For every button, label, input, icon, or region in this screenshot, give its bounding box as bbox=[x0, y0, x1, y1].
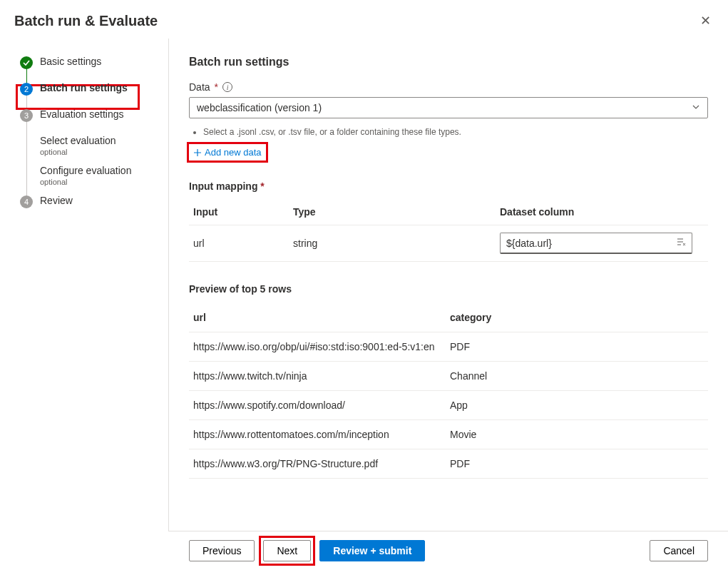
step-number-icon: 2 bbox=[20, 83, 33, 96]
col-category: category bbox=[446, 303, 708, 332]
step-number-icon: 3 bbox=[20, 109, 33, 122]
preview-row: https://www.spotify.com/download/App bbox=[189, 391, 708, 420]
data-select-value: webclassification (version 1) bbox=[197, 102, 322, 113]
dataset-column-input[interactable]: ${data.url} bbox=[500, 233, 692, 254]
expression-icon[interactable] bbox=[676, 237, 686, 249]
step-evaluation-settings[interactable]: 3 Evaluation settings bbox=[20, 108, 168, 122]
col-dataset: Dataset column bbox=[496, 199, 708, 225]
section-heading: Batch run settings bbox=[189, 56, 708, 68]
col-url: url bbox=[189, 303, 446, 332]
step-basic-settings[interactable]: Basic settings bbox=[20, 56, 168, 69]
mapping-row: url string ${data.url} bbox=[189, 225, 708, 262]
step-label: Basic settings bbox=[40, 56, 101, 67]
check-icon bbox=[20, 56, 33, 69]
next-button[interactable]: Next bbox=[263, 540, 311, 561]
preview-row: https://www.iso.org/obp/ui/#iso:std:iso:… bbox=[189, 332, 708, 362]
review-submit-button[interactable]: Review + submit bbox=[319, 540, 425, 561]
cancel-button[interactable]: Cancel bbox=[650, 540, 708, 561]
step-review[interactable]: 4 Review bbox=[20, 195, 168, 208]
data-field-label: Data * i bbox=[189, 81, 708, 93]
preview-table: url category https://www.iso.org/obp/ui/… bbox=[189, 303, 708, 479]
step-batch-run-settings[interactable]: 2 Batch run settings bbox=[20, 82, 168, 96]
preview-title: Preview of top 5 rows bbox=[189, 283, 708, 295]
wizard-sidebar: Basic settings 2 Batch run settings 3 Ev… bbox=[0, 39, 169, 531]
hint-text: Select a .jsonl .csv, or .tsv file, or a… bbox=[203, 127, 708, 137]
add-new-data-link[interactable]: Add new data bbox=[189, 144, 266, 161]
col-type: Type bbox=[289, 199, 496, 225]
dialog-title: Batch run & Evaluate bbox=[14, 13, 158, 29]
close-icon[interactable]: ✕ bbox=[697, 10, 714, 31]
col-input: Input bbox=[189, 199, 289, 225]
preview-row: https://www.twitch.tv/ninjaChannel bbox=[189, 362, 708, 391]
previous-button[interactable]: Previous bbox=[189, 540, 255, 561]
chevron-down-icon bbox=[692, 103, 700, 113]
preview-row: https://www.rottentomatoes.com/m/incepti… bbox=[189, 420, 708, 449]
step-number-icon: 4 bbox=[20, 195, 33, 208]
required-marker: * bbox=[215, 81, 218, 93]
substep-configure-evaluation[interactable]: Configure evaluation optional bbox=[40, 165, 168, 186]
preview-row: https://www.w3.org/TR/PNG-Structure.pdfP… bbox=[189, 449, 708, 479]
info-icon[interactable]: i bbox=[222, 82, 232, 92]
input-mapping-label: Input mapping * bbox=[189, 180, 708, 192]
wizard-footer: Previous Next Review + submit Cancel bbox=[169, 531, 728, 570]
step-label: Evaluation settings bbox=[40, 108, 124, 120]
data-select[interactable]: webclassification (version 1) bbox=[189, 97, 708, 118]
step-label: Review bbox=[40, 195, 73, 206]
main-content: Batch run settings Data * i webclassific… bbox=[169, 39, 728, 531]
step-label: Batch run settings bbox=[40, 82, 128, 93]
dialog-header: Batch run & Evaluate ✕ bbox=[0, 0, 728, 39]
plus-icon bbox=[193, 148, 202, 157]
substep-select-evaluation[interactable]: Select evaluation optional bbox=[40, 135, 168, 156]
input-mapping-table: Input Type Dataset column url string ${d… bbox=[189, 199, 708, 262]
